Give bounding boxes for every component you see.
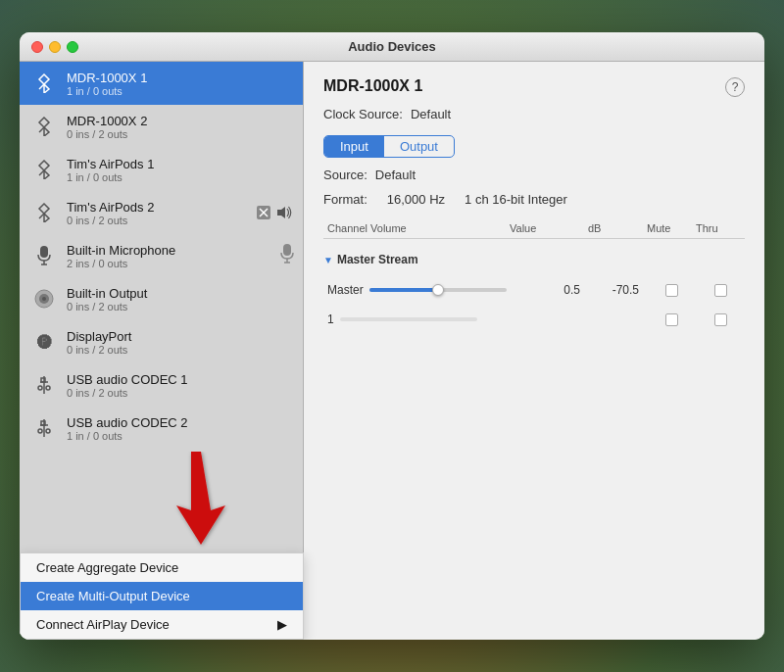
clock-source-value: Default — [411, 107, 451, 121]
svg-point-16 — [38, 386, 42, 390]
ch1-mute-checkbox[interactable] — [665, 313, 678, 326]
device-desc-airpods-1: 1 in / 0 outs — [67, 171, 154, 183]
source-row: Source: Default — [323, 168, 745, 182]
master-value: 0.5 — [510, 283, 588, 297]
device-info-airpods-1: Tim's AirPods 1 1 in / 0 outs — [67, 157, 154, 183]
window-title: Audio Devices — [348, 39, 436, 54]
device-name-usb-codec-2: USB audio CODEC 2 — [67, 415, 188, 430]
sidebar-item-airpods-2[interactable]: Tim's AirPods 2 0 ins / 2 outs — [20, 191, 303, 234]
master-channel-label: Master — [323, 283, 364, 297]
menu-item-multi-output[interactable]: Create Multi-Output Device — [21, 582, 303, 610]
device-name-displayport: DisplayPort — [67, 329, 131, 344]
device-title: MDR-1000X 1 — [323, 77, 422, 95]
tab-output[interactable]: Output — [384, 136, 454, 157]
svg-rect-7 — [283, 244, 291, 256]
help-button[interactable]: ? — [725, 77, 745, 97]
svg-marker-3 — [277, 207, 285, 218]
ch1-thru-checkbox[interactable] — [714, 313, 727, 326]
device-name-usb-codec-1: USB audio CODEC 1 — [67, 372, 188, 387]
device-name-mdr1000x-2: MDR-1000X 2 — [67, 114, 147, 128]
svg-point-12 — [42, 297, 46, 301]
main-content: MDR-1000X 1 1 in / 0 outs MDR-1000X 2 — [20, 62, 764, 640]
sidebar-item-builtin-output[interactable]: Built-in Output 0 ins / 2 outs — [20, 277, 303, 320]
sidebar-item-mdr1000x-1[interactable]: MDR-1000X 1 1 in / 0 outs — [20, 62, 303, 105]
clock-source-label: Clock Source: — [323, 107, 403, 121]
svg-rect-21 — [41, 421, 45, 425]
triangle-icon: ▼ — [323, 255, 333, 265]
channel-volume-table-header: Channel Volume Value dB Mute Thru — [323, 222, 745, 239]
bluetooth-icon-4 — [29, 198, 59, 227]
master-stream-row: ▼ Master Stream — [323, 249, 745, 270]
device-name-builtin-output: Built-in Output — [67, 286, 147, 301]
bluetooth-icon-2 — [29, 112, 59, 141]
device-name-airpods-1: Tim's AirPods 1 — [67, 157, 154, 171]
ch1-mute-cell — [647, 313, 696, 326]
format-row: Format: 16,000 Hz 1 ch 16-bit Integer — [323, 192, 745, 207]
master-slider-fill — [369, 288, 438, 292]
device-desc-airpods-2: 0 ins / 2 outs — [67, 215, 154, 226]
menu-item-airplay-label: Connect AirPlay Device — [36, 617, 170, 632]
col-header-channel: Channel Volume — [323, 222, 510, 234]
maximize-button[interactable] — [67, 41, 78, 53]
source-value: Default — [375, 168, 416, 182]
clock-source-row: Clock Source: Default — [323, 107, 745, 121]
tab-input[interactable]: Input — [324, 136, 384, 157]
device-info-mdr1000x-2: MDR-1000X 2 0 ins / 2 outs — [67, 114, 147, 140]
master-slider-thumb — [432, 284, 444, 296]
ch1-thru-cell — [696, 313, 745, 326]
svg-rect-4 — [40, 246, 48, 258]
device-header: MDR-1000X 1 ? — [323, 77, 745, 97]
close-button[interactable] — [31, 41, 43, 53]
input-output-tabs: Input Output — [323, 135, 455, 158]
device-info-displayport: DisplayPort 0 ins / 2 outs — [67, 329, 131, 356]
col-header-value: Value — [510, 222, 588, 234]
device-name-builtin-mic: Built-in Microphone — [67, 243, 175, 258]
format-hz: 16,000 Hz — [387, 192, 445, 207]
titlebar: Audio Devices — [20, 32, 764, 62]
col-header-db: dB — [588, 222, 647, 234]
col-header-mute: Mute — [647, 222, 696, 234]
device-name-airpods-2: Tim's AirPods 2 — [67, 200, 154, 215]
device-name-mdr1000x-1: MDR-1000X 1 — [67, 71, 147, 85]
master-slider-cell: Master — [323, 283, 510, 297]
sidebar-item-builtin-mic[interactable]: Built-in Microphone 2 ins / 0 outs — [20, 234, 303, 277]
master-thru-checkbox[interactable] — [714, 284, 727, 297]
sidebar-item-mdr1000x-2[interactable]: MDR-1000X 2 0 ins / 2 outs — [20, 105, 303, 148]
sidebar-item-airpods-1[interactable]: Tim's AirPods 1 1 in / 0 outs — [20, 148, 303, 191]
device-desc-builtin-mic: 2 ins / 0 outs — [67, 258, 175, 269]
col-header-thru: Thru — [696, 222, 745, 234]
mic-icon — [29, 241, 59, 270]
sidebar-item-usb-codec-1[interactable]: USB audio CODEC 1 0 ins / 2 outs — [20, 363, 303, 407]
master-stream-label: Master Stream — [337, 253, 418, 266]
device-info-builtin-output: Built-in Output 0 ins / 2 outs — [67, 286, 147, 312]
usb-icon-2 — [29, 413, 59, 443]
bluetooth-icon — [29, 69, 59, 98]
menu-item-airplay[interactable]: Connect AirPlay Device ▶ — [21, 610, 303, 639]
master-db: -70.5 — [588, 283, 647, 297]
format-label: Format: — [323, 192, 368, 207]
ch1-channel-label: 1 — [323, 312, 334, 326]
device-info-mdr1000x-1: MDR-1000X 1 1 in / 0 outs — [67, 71, 147, 97]
minimize-button[interactable] — [49, 41, 61, 53]
ch1-slider[interactable] — [340, 317, 477, 321]
submenu-arrow-icon: ▶ — [277, 617, 287, 632]
volume-controls — [256, 205, 295, 220]
master-mute-checkbox[interactable] — [665, 284, 678, 297]
device-info-usb-codec-2: USB audio CODEC 2 1 in / 0 outs — [67, 415, 188, 442]
displayport-icon: 🅟 — [29, 327, 59, 357]
ch1-slider-cell: 1 — [323, 312, 510, 326]
device-desc-displayport: 0 ins / 2 outs — [67, 344, 131, 356]
svg-point-23 — [46, 429, 50, 433]
format-bits: 1 ch 16-bit Integer — [465, 192, 567, 207]
svg-point-22 — [38, 429, 42, 433]
device-desc-builtin-output: 0 ins / 2 outs — [67, 301, 147, 312]
traffic-lights — [31, 41, 78, 53]
master-slider[interactable] — [369, 288, 507, 292]
device-info-builtin-mic: Built-in Microphone 2 ins / 0 outs — [67, 243, 175, 269]
sidebar-item-displayport[interactable]: 🅟 DisplayPort 0 ins / 2 outs — [20, 320, 303, 363]
menu-item-aggregate[interactable]: Create Aggregate Device — [21, 553, 303, 582]
menu-item-multi-output-label: Create Multi-Output Device — [36, 589, 190, 603]
main-panel: MDR-1000X 1 ? Clock Source: Default Inpu… — [304, 62, 764, 640]
usb-icon-1 — [29, 370, 59, 400]
sidebar-item-usb-codec-2[interactable]: USB audio CODEC 2 1 in / 0 outs — [20, 407, 303, 450]
